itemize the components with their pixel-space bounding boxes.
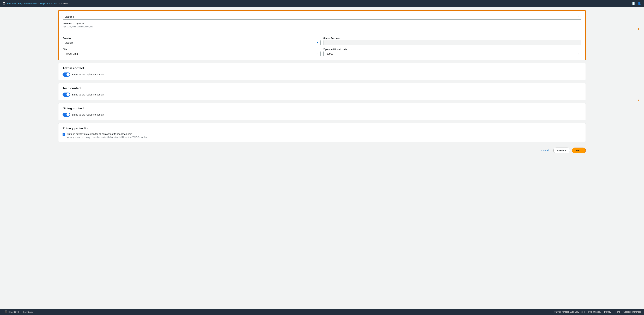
privacy-checkbox[interactable] — [62, 133, 65, 136]
breadcrumb-sep-1: › — [16, 2, 17, 4]
zip-label: Zip code / Postal code — [323, 48, 581, 50]
address-form-card: District 4 ⇔ Address 2 – optional Apt, s… — [58, 10, 586, 60]
country-label: Country — [63, 37, 321, 40]
breadcrumb-sep-3: › — [58, 2, 58, 4]
zip-resize-icon: ⇔ — [577, 52, 580, 55]
privacy-link[interactable]: Privacy — [604, 311, 611, 313]
city-label: City — [63, 48, 321, 50]
privacy-checkbox-row: Turn on privacy protection for all conta… — [62, 133, 582, 138]
address2-input[interactable] — [63, 29, 581, 34]
previous-button[interactable]: Previous — [553, 148, 570, 154]
billing-contact-title: Billing contact — [62, 106, 582, 110]
terms-link[interactable]: Terms — [614, 311, 620, 313]
feedback-button[interactable]: Feedback — [23, 311, 33, 313]
country-select-wrapper: Vietnam United States United Kingdom Aus… — [63, 40, 321, 45]
billing-contact-toggle-row: Same as the registrant contact — [62, 112, 582, 117]
user-icon[interactable]: 👤 — [638, 2, 641, 5]
address1-resize-icon: ⇔ — [577, 16, 580, 18]
cloudshell-button[interactable]: ⬛ CloudShell — [3, 310, 21, 314]
tech-contact-toggle[interactable] — [62, 92, 70, 97]
city-group: City Ho Chi Minh ⇔ — [63, 48, 321, 56]
billing-contact-toggle-label: Same as the registrant contact — [72, 113, 104, 116]
address2-optional: – optional — [74, 22, 84, 25]
privacy-checkbox-text-group: Turn on privacy protection for all conta… — [67, 133, 148, 138]
cloudshell-label: CloudShell — [8, 311, 19, 313]
country-group: Country Vietnam United States United Kin… — [63, 37, 321, 45]
tech-contact-toggle-label: Same as the registrant contact — [72, 93, 104, 96]
zip-input-wrapper: 700000 ⇔ — [323, 51, 581, 56]
cookie-preferences-link[interactable]: Cookie preferences — [624, 311, 641, 313]
footer-actions: Cancel Previous Next — [58, 145, 586, 156]
admin-contact-toggle-row: Same as the registrant contact — [62, 72, 582, 76]
address2-group: Address 2 – optional Apt, suite, unit, b… — [63, 22, 581, 34]
country-state-row: Country Vietnam United States United Kin… — [63, 37, 581, 45]
top-nav: ☰ Route 53 › Registered domains › Regist… — [0, 0, 644, 7]
breadcrumb-current: Checkout — [59, 2, 68, 5]
privacy-checkbox-label: Turn on privacy protection for all conta… — [67, 133, 148, 136]
address1-field: District 4 ⇔ — [63, 14, 581, 20]
bottom-bar: ⬛ CloudShell Feedback © 2024, Amazon Web… — [0, 309, 644, 315]
city-input[interactable]: Ho Chi Minh — [64, 52, 317, 55]
billing-contact-toggle[interactable] — [62, 112, 70, 117]
step-indicators: 1 2 — [638, 28, 639, 102]
privacy-checkbox-hint: When you turn on privacy protection, con… — [67, 136, 148, 138]
step-2-indicator: 2 — [638, 99, 639, 102]
admin-contact-toggle-label: Same as the registrant contact — [72, 73, 104, 76]
breadcrumb-sep-2: › — [38, 2, 39, 4]
country-select[interactable]: Vietnam United States United Kingdom Aus… — [63, 40, 321, 45]
address1-value: District 4 — [64, 16, 74, 18]
city-zip-row: City Ho Chi Minh ⇔ Zip code / Postal cod… — [63, 48, 581, 56]
privacy-protection-card: Privacy protection Turn on privacy prote… — [58, 123, 586, 142]
zip-input[interactable]: 700000 — [325, 52, 577, 55]
tech-contact-card: Tech contact Same as the registrant cont… — [58, 83, 586, 100]
copyright-text: © 2024, Amazon Web Services, Inc. or its… — [554, 311, 601, 313]
breadcrumb-route53[interactable]: Route 53 — [7, 2, 16, 5]
state-group: State / Province — [323, 37, 581, 45]
city-input-wrapper: Ho Chi Minh ⇔ — [63, 51, 321, 56]
zip-group: Zip code / Postal code 700000 ⇔ — [323, 48, 581, 56]
breadcrumb-register-domains[interactable]: Register domains — [40, 2, 57, 5]
state-label: State / Province — [323, 37, 581, 40]
cancel-button[interactable]: Cancel — [539, 148, 552, 153]
breadcrumb-registered-domains[interactable]: Registered domains — [18, 2, 38, 5]
cloudshell-icon: ⬛ — [5, 310, 7, 313]
next-button[interactable]: Next — [572, 148, 586, 154]
breadcrumb: Route 53 › Registered domains › Register… — [7, 2, 68, 5]
address2-label: Address 2 – optional — [63, 22, 581, 25]
nav-right-icons: ℹ️ 👤 — [632, 2, 641, 5]
billing-contact-card: Billing contact Same as the registrant c… — [58, 103, 586, 120]
step-1-indicator: 1 — [638, 28, 639, 30]
state-input[interactable] — [323, 40, 581, 45]
tech-contact-toggle-row: Same as the registrant contact — [62, 92, 582, 97]
admin-contact-toggle[interactable] — [62, 72, 70, 76]
privacy-protection-title: Privacy protection — [62, 127, 582, 130]
city-resize-icon: ⇔ — [317, 52, 319, 55]
admin-contact-card: Admin contact Same as the registrant con… — [58, 63, 586, 80]
admin-contact-title: Admin contact — [62, 66, 582, 70]
bottom-right: © 2024, Amazon Web Services, Inc. or its… — [554, 311, 641, 313]
hamburger-icon[interactable]: ☰ — [3, 2, 6, 5]
address2-hint: Apt, suite, unit, building, floor, etc. — [63, 26, 581, 28]
main-content: District 4 ⇔ Address 2 – optional Apt, s… — [0, 7, 644, 309]
info-icon[interactable]: ℹ️ — [632, 2, 636, 5]
tech-contact-title: Tech contact — [62, 86, 582, 90]
